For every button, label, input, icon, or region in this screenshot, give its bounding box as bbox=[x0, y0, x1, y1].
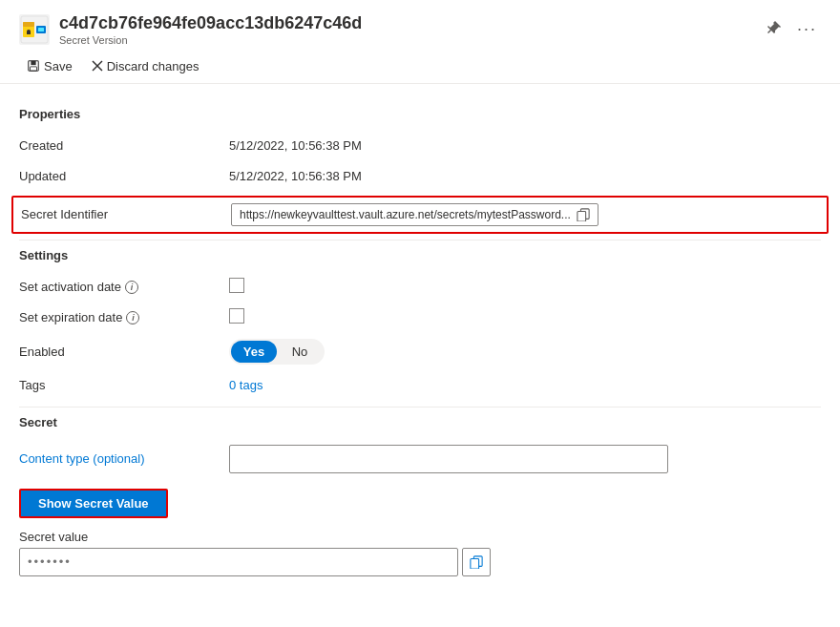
page-container: c4d7cb76fe964fe09acc13db6247c46d Secret … bbox=[0, 0, 840, 592]
tags-row: Tags 0 tags bbox=[19, 370, 821, 401]
created-row: Created 5/12/2022, 10:56:38 PM bbox=[19, 131, 821, 161]
secret-value-label: Secret value bbox=[19, 530, 229, 544]
header-title-area: c4d7cb76fe964fe09acc13db6247c46d Secret … bbox=[59, 13, 753, 46]
toolbar: Save Discard changes bbox=[0, 50, 840, 84]
created-label: Created bbox=[19, 138, 229, 153]
expiration-checkbox-area bbox=[229, 308, 821, 326]
content-type-input[interactable] bbox=[229, 445, 668, 473]
secret-identifier-input-area: https://newkeyvaulttest.vault.azure.net/… bbox=[231, 203, 819, 226]
svg-rect-10 bbox=[31, 67, 37, 71]
expiration-checkbox[interactable] bbox=[229, 308, 244, 324]
save-icon bbox=[27, 59, 40, 73]
tags-label: Tags bbox=[19, 378, 229, 392]
svg-rect-3 bbox=[23, 22, 34, 27]
show-secret-value-button[interactable]: Show Secret Value bbox=[19, 489, 168, 518]
toggle-yes[interactable]: Yes bbox=[231, 341, 277, 363]
pin-icon bbox=[766, 20, 782, 35]
more-button[interactable]: ··· bbox=[793, 17, 821, 41]
header: c4d7cb76fe964fe09acc13db6247c46d Secret … bbox=[0, 0, 840, 50]
tags-link[interactable]: 0 tags bbox=[229, 378, 262, 392]
copy-identifier-button[interactable] bbox=[577, 208, 590, 221]
svg-rect-16 bbox=[471, 558, 479, 569]
secret-identifier-row: Secret Identifier https://newkeyvaulttes… bbox=[11, 196, 829, 234]
updated-value: 5/12/2022, 10:56:38 PM bbox=[229, 169, 821, 183]
content: Properties Created 5/12/2022, 10:56:38 P… bbox=[0, 84, 840, 592]
activation-checkbox-area bbox=[229, 278, 821, 296]
content-type-label: Content type (optional) bbox=[19, 451, 229, 466]
secret-identifier-label: Secret Identifier bbox=[21, 207, 231, 221]
enabled-label: Enabled bbox=[19, 345, 229, 359]
identifier-value: https://newkeyvaulttest.vault.azure.net/… bbox=[240, 208, 571, 221]
expiration-row: Set expiration date i bbox=[19, 303, 821, 333]
show-secret-btn-container: Show Secret Value bbox=[19, 479, 821, 524]
enabled-row: Enabled Yes No bbox=[19, 333, 821, 370]
enabled-toggle-area: Yes No bbox=[229, 339, 821, 365]
content-type-row: Content type (optional) bbox=[19, 439, 821, 479]
svg-rect-5 bbox=[27, 31, 31, 34]
discard-label: Discard changes bbox=[107, 59, 200, 73]
toggle-no[interactable]: No bbox=[277, 341, 323, 363]
svg-rect-14 bbox=[578, 211, 586, 221]
secret-value-input[interactable] bbox=[19, 548, 458, 576]
divider-1 bbox=[19, 240, 821, 240]
more-icon: ··· bbox=[797, 19, 817, 38]
secret-value-row: Secret value bbox=[19, 530, 821, 576]
pin-button[interactable] bbox=[763, 18, 786, 41]
properties-section-header: Properties bbox=[19, 107, 821, 121]
copy-icon bbox=[577, 208, 590, 221]
svg-rect-7 bbox=[38, 28, 44, 31]
activation-info-icon[interactable]: i bbox=[125, 281, 138, 294]
enabled-toggle[interactable]: Yes No bbox=[229, 339, 325, 365]
content-type-input-area bbox=[229, 445, 821, 473]
activation-checkbox[interactable] bbox=[229, 278, 244, 293]
page-subtitle: Secret Version bbox=[59, 34, 753, 46]
expiration-label: Set expiration date i bbox=[19, 310, 229, 324]
identifier-box: https://newkeyvaulttest.vault.azure.net/… bbox=[231, 203, 598, 226]
discard-button[interactable]: Discard changes bbox=[84, 55, 207, 77]
activation-label: Set activation date i bbox=[19, 280, 229, 294]
activation-row: Set activation date i bbox=[19, 272, 821, 303]
settings-section-header: Settings bbox=[19, 248, 821, 262]
updated-label: Updated bbox=[19, 169, 229, 183]
save-button[interactable]: Save bbox=[19, 55, 80, 77]
svg-rect-9 bbox=[31, 61, 35, 65]
copy-secret-value-button[interactable] bbox=[462, 548, 491, 576]
tags-value-area: 0 tags bbox=[229, 378, 821, 392]
expiration-info-icon[interactable]: i bbox=[126, 311, 139, 324]
updated-row: Updated 5/12/2022, 10:56:38 PM bbox=[19, 161, 821, 192]
header-actions: ··· bbox=[763, 17, 821, 41]
secret-value-input-area bbox=[19, 548, 821, 576]
secret-section-header: Secret bbox=[19, 415, 821, 429]
copy-secret-icon bbox=[470, 555, 483, 569]
key-vault-icon bbox=[19, 14, 50, 45]
created-value: 5/12/2022, 10:56:38 PM bbox=[229, 138, 821, 153]
close-icon bbox=[92, 60, 103, 72]
divider-2 bbox=[19, 407, 821, 408]
save-label: Save bbox=[44, 59, 73, 73]
page-title: c4d7cb76fe964fe09acc13db6247c46d bbox=[59, 13, 753, 34]
